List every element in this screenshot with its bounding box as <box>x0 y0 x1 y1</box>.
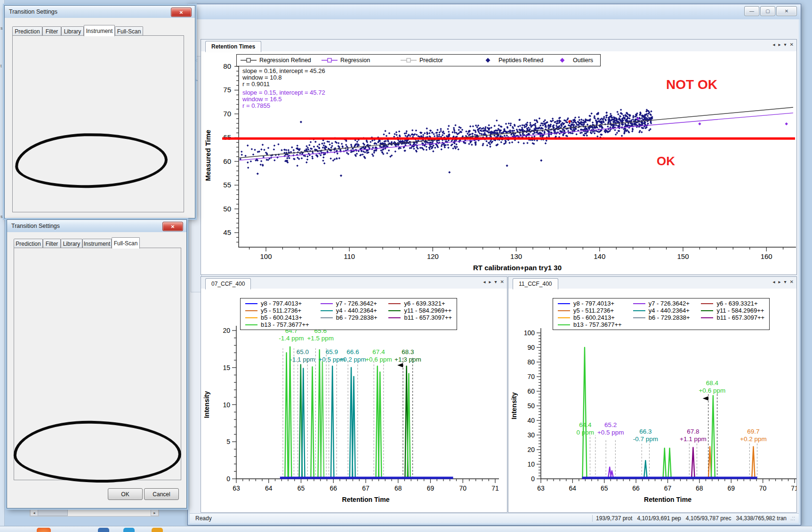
peak-annotation-ppm: -1.4 ppm <box>279 335 304 342</box>
taskbar-sliver <box>0 526 812 532</box>
legend-item-b5: b5 - 600.2413+ <box>558 314 622 321</box>
peak-annotation-rt: 66.3 <box>639 428 651 435</box>
svg-text:50: 50 <box>527 402 535 410</box>
dialog2-tab-prediction[interactable]: Prediction <box>14 239 43 248</box>
chromatogram-peak <box>352 377 355 478</box>
legend-item-b11: b11 - 657.3097++ <box>701 314 764 321</box>
svg-text:0: 0 <box>226 475 230 483</box>
taskbar-icon-browser[interactable] <box>37 528 51 532</box>
peak-annotation-ppm: +0.2 ppm <box>740 435 767 443</box>
peak-annotation-rt: 67.4 <box>372 348 385 355</box>
ok-label: OK <box>657 154 675 168</box>
legend-item-b6: b6 - 729.2838+ <box>321 314 378 321</box>
svg-text:Intensity: Intensity <box>510 392 518 419</box>
taskbar-icon-app1[interactable] <box>98 528 109 532</box>
panel-next-icon[interactable]: ▸ <box>779 42 781 47</box>
panel-prev-icon[interactable]: ◂ <box>773 42 775 47</box>
resize-grip-icon[interactable]: .:: <box>790 515 795 522</box>
svg-text:15: 15 <box>223 364 230 371</box>
cancel-button[interactable]: Cancel <box>144 488 179 500</box>
legend-item-b5: b5 - 600.2413+ <box>245 314 309 321</box>
svg-text:80: 80 <box>223 62 231 70</box>
line-square-marker-icon <box>322 57 338 63</box>
panel-close-icon[interactable]: ✕ <box>500 279 504 284</box>
series-color-swatch <box>388 310 401 311</box>
legend-item-y8: y8 - 797.4013+ <box>558 300 622 307</box>
legend-item-b13: b13 - 757.3677++ <box>558 321 622 328</box>
chromatogram-peak <box>318 350 321 478</box>
chrom-right-plot-area: y8 - 797.4013+y7 - 726.3642+y6 - 639.332… <box>508 289 796 512</box>
peak-annotation-rt: 65.9 <box>326 348 338 355</box>
dialog1-tab-prediction[interactable]: Prediction <box>12 26 42 36</box>
status-proteins: 193/9,737 prot <box>596 515 632 522</box>
dialog2-titlebar[interactable]: Transition Settings <box>7 220 186 232</box>
chrom-right-panel: 11_CCF_400 ◂ ▸ ▾ ✕ y8 - 797.4013+y7 - 72… <box>508 276 797 513</box>
svg-text:10: 10 <box>223 401 230 409</box>
peak-annotation-rt: 68.4 <box>706 379 719 387</box>
dialog2-tab-fullscan[interactable]: Full-Scan <box>112 237 140 249</box>
dialog1-close-button[interactable]: ✕ <box>171 8 192 17</box>
legend-item-outliers: Outliers <box>554 57 599 64</box>
close-button[interactable]: ✕ <box>776 6 797 16</box>
scroll-left-icon[interactable]: ◄ <box>30 509 38 516</box>
panel-menu-icon[interactable]: ▾ <box>784 42 787 47</box>
peak-annotation-ppm: +0.6 ppm <box>699 387 725 394</box>
series-color-swatch <box>633 303 645 304</box>
legend-item-y11: y11 - 584.2969++ <box>388 307 452 314</box>
stats-refined: slope = 0.16, intercept = 45.26 <box>242 67 325 74</box>
dialog2-tab-instrument[interactable]: Instrument <box>82 239 112 248</box>
ok-button[interactable]: OK <box>108 488 143 500</box>
dialog2-tab-filter[interactable]: Filter <box>43 239 61 248</box>
svg-text:140: 140 <box>594 252 605 260</box>
status-transitions: 34,338/765,982 tran <box>736 515 787 522</box>
panel-next-icon[interactable]: ▸ <box>489 279 491 284</box>
dialog1-tab-filter[interactable]: Filter <box>42 26 61 36</box>
panel-close-icon[interactable]: ✕ <box>790 279 794 284</box>
panel-prev-icon[interactable]: ◂ <box>483 279 486 284</box>
scroll-right-icon[interactable]: ► <box>151 509 159 516</box>
id-flag-icon <box>703 396 708 401</box>
peak-annotation-ppm: +0.5 ppm <box>597 429 624 436</box>
chrom-left-panel: 07_CCF_400 ◂ ▸ ▾ ✕ y8 - 797.4013+y7 - 72… <box>201 276 507 513</box>
dialog1-tab-fullscan[interactable]: Full-Scan <box>115 26 143 36</box>
svg-text:Intensity: Intensity <box>203 391 210 419</box>
panel-menu-icon[interactable]: ▾ <box>495 279 497 284</box>
scroll-thumb[interactable] <box>38 509 68 516</box>
series-color-swatch <box>558 324 570 325</box>
svg-text:63: 63 <box>537 484 545 492</box>
svg-text:63: 63 <box>233 484 240 492</box>
svg-text:69: 69 <box>727 484 735 492</box>
legend-item-b6: b6 - 729.2838+ <box>633 314 690 321</box>
series-color-swatch <box>321 303 333 304</box>
chromatogram-peak <box>311 367 314 478</box>
panel-next-icon[interactable]: ▸ <box>779 279 781 284</box>
chromatogram-peak <box>663 448 666 478</box>
dialog1-tab-instrument[interactable]: Instrument <box>84 25 115 36</box>
dialog2-tab-library[interactable]: Library <box>61 239 82 248</box>
series-color-swatch <box>701 310 713 311</box>
chromatogram-peak <box>289 347 291 478</box>
panel-menu-icon[interactable]: ▾ <box>784 279 787 284</box>
dialog1-title: Transition Settings <box>9 8 57 15</box>
tab-11-ccf-400[interactable]: 11_CCF_400 <box>513 278 558 290</box>
panel-prev-icon[interactable]: ◂ <box>773 279 775 284</box>
panel-close-icon[interactable]: ✕ <box>790 42 794 47</box>
maximize-button[interactable]: ▢ <box>760 6 775 16</box>
svg-text:64: 64 <box>265 484 273 492</box>
legend-item-regression-refined: Regression Refined <box>237 57 322 64</box>
dialog1-titlebar[interactable]: Transition Settings <box>5 6 195 18</box>
chromatogram-peak <box>644 460 647 478</box>
taskbar-icon-app2[interactable] <box>123 528 135 532</box>
minimize-button[interactable]: — <box>744 6 759 16</box>
legend-item-y11: y11 - 584.2969++ <box>701 307 764 314</box>
status-bar: Ready 193/9,737 prot 4,101/93,691 pep 4,… <box>190 513 799 523</box>
background-hscrollbar[interactable]: ◄ ► <box>30 509 159 516</box>
dialog1-tab-library[interactable]: Library <box>61 26 84 36</box>
tab-retention-times[interactable]: Retention Times <box>205 41 261 52</box>
dialog2-close-button[interactable]: ✕ <box>162 222 183 231</box>
svg-text:55: 55 <box>223 181 231 189</box>
svg-text:70: 70 <box>223 110 231 118</box>
main-titlebar[interactable]: — ▢ ✕ <box>188 4 801 19</box>
tab-07-ccf-400[interactable]: 07_CCF_400 <box>205 278 251 290</box>
taskbar-icon-app3[interactable] <box>152 528 163 532</box>
